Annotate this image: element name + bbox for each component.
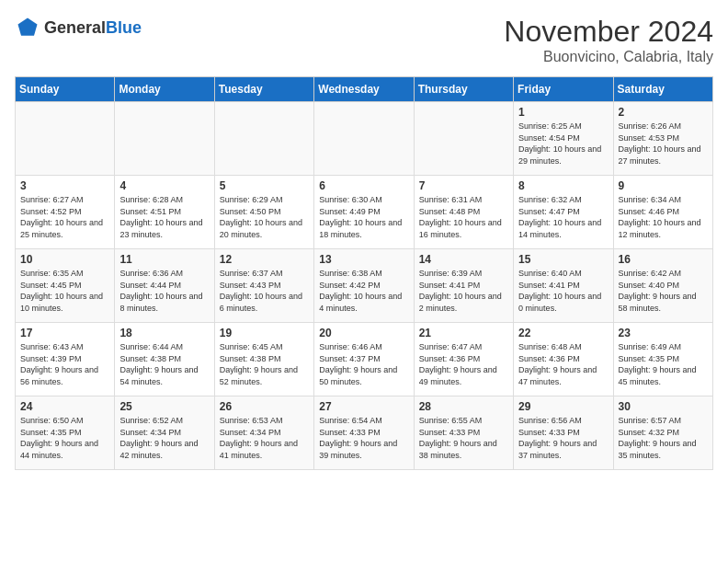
day-number: 2 (619, 106, 708, 119)
day-number: 22 (518, 327, 608, 339)
day-info: Sunrise: 6:45 AMSunset: 4:38 PMDaylight:… (220, 341, 309, 387)
day-number: 3 (20, 179, 109, 192)
svg-marker-0 (18, 18, 38, 36)
day-info: Sunrise: 6:31 AMSunset: 4:48 PMDaylight:… (419, 194, 508, 240)
calendar-week-row: 10Sunrise: 6:35 AMSunset: 4:45 PMDayligh… (16, 249, 713, 323)
calendar-cell: 26Sunrise: 6:53 AMSunset: 4:34 PMDayligh… (214, 396, 313, 470)
day-info: Sunrise: 6:50 AMSunset: 4:35 PMDaylight:… (20, 415, 109, 461)
weekday-header: Tuesday (214, 77, 313, 102)
day-number: 20 (319, 327, 408, 339)
day-number: 12 (220, 253, 309, 266)
day-info: Sunrise: 6:36 AMSunset: 4:44 PMDaylight:… (119, 268, 209, 314)
day-number: 24 (20, 400, 109, 413)
calendar-cell: 13Sunrise: 6:38 AMSunset: 4:42 PMDayligh… (314, 249, 414, 323)
header-row: SundayMondayTuesdayWednesdayThursdayFrid… (16, 77, 713, 102)
day-info: Sunrise: 6:28 AMSunset: 4:51 PMDaylight:… (119, 194, 209, 240)
day-info: Sunrise: 6:53 AMSunset: 4:34 PMDaylight:… (220, 415, 309, 461)
calendar-cell: 19Sunrise: 6:45 AMSunset: 4:38 PMDayligh… (214, 323, 313, 396)
day-info: Sunrise: 6:55 AMSunset: 4:33 PMDaylight:… (419, 415, 508, 461)
calendar-body: 1Sunrise: 6:25 AMSunset: 4:54 PMDaylight… (16, 102, 713, 470)
calendar-cell: 24Sunrise: 6:50 AMSunset: 4:35 PMDayligh… (16, 396, 115, 470)
day-info: Sunrise: 6:40 AMSunset: 4:41 PMDaylight:… (518, 268, 608, 314)
day-number: 11 (119, 253, 209, 266)
calendar-cell (314, 102, 414, 176)
day-number: 8 (518, 179, 608, 192)
day-info: Sunrise: 6:37 AMSunset: 4:43 PMDaylight:… (220, 268, 309, 314)
day-number: 17 (20, 327, 109, 339)
day-info: Sunrise: 6:48 AMSunset: 4:36 PMDaylight:… (518, 341, 608, 387)
calendar-cell: 21Sunrise: 6:47 AMSunset: 4:36 PMDayligh… (414, 323, 513, 396)
page-header: GeneralBlue November 2024 Buonvicino, Ca… (15, 15, 713, 65)
day-number: 19 (220, 327, 309, 339)
calendar-table: SundayMondayTuesdayWednesdayThursdayFrid… (15, 76, 713, 470)
calendar-cell: 6Sunrise: 6:30 AMSunset: 4:49 PMDaylight… (314, 176, 414, 249)
day-number: 14 (419, 253, 508, 266)
calendar-cell: 28Sunrise: 6:55 AMSunset: 4:33 PMDayligh… (414, 396, 513, 470)
day-info: Sunrise: 6:26 AMSunset: 4:53 PMDaylight:… (619, 121, 708, 167)
calendar-header: SundayMondayTuesdayWednesdayThursdayFrid… (16, 77, 713, 102)
calendar-week-row: 1Sunrise: 6:25 AMSunset: 4:54 PMDaylight… (16, 102, 713, 176)
day-info: Sunrise: 6:27 AMSunset: 4:52 PMDaylight:… (20, 194, 109, 240)
day-number: 13 (319, 253, 408, 266)
calendar-week-row: 24Sunrise: 6:50 AMSunset: 4:35 PMDayligh… (16, 396, 713, 470)
logo: GeneralBlue (15, 15, 142, 40)
calendar-subtitle: Buonvicino, Calabria, Italy (504, 49, 713, 65)
day-number: 5 (220, 179, 309, 192)
day-info: Sunrise: 6:42 AMSunset: 4:40 PMDaylight:… (619, 268, 708, 314)
logo-icon (15, 15, 40, 40)
day-number: 7 (419, 179, 508, 192)
calendar-week-row: 17Sunrise: 6:43 AMSunset: 4:39 PMDayligh… (16, 323, 713, 396)
day-info: Sunrise: 6:43 AMSunset: 4:39 PMDaylight:… (20, 341, 109, 387)
calendar-cell: 17Sunrise: 6:43 AMSunset: 4:39 PMDayligh… (16, 323, 115, 396)
calendar-cell (214, 102, 313, 176)
calendar-cell: 11Sunrise: 6:36 AMSunset: 4:44 PMDayligh… (115, 249, 214, 323)
day-info: Sunrise: 6:52 AMSunset: 4:34 PMDaylight:… (119, 415, 209, 461)
logo-text-blue: Blue (106, 18, 142, 37)
calendar-cell: 25Sunrise: 6:52 AMSunset: 4:34 PMDayligh… (115, 396, 214, 470)
calendar-cell: 5Sunrise: 6:29 AMSunset: 4:50 PMDaylight… (214, 176, 313, 249)
calendar-cell: 2Sunrise: 6:26 AMSunset: 4:53 PMDaylight… (613, 102, 712, 176)
calendar-cell: 8Sunrise: 6:32 AMSunset: 4:47 PMDaylight… (514, 176, 613, 249)
day-info: Sunrise: 6:47 AMSunset: 4:36 PMDaylight:… (419, 341, 508, 387)
day-info: Sunrise: 6:57 AMSunset: 4:32 PMDaylight:… (619, 415, 708, 461)
day-number: 21 (419, 327, 508, 339)
day-number: 30 (619, 400, 708, 413)
day-number: 25 (119, 400, 209, 413)
calendar-cell: 20Sunrise: 6:46 AMSunset: 4:37 PMDayligh… (314, 323, 414, 396)
calendar-cell: 27Sunrise: 6:54 AMSunset: 4:33 PMDayligh… (314, 396, 414, 470)
day-number: 15 (518, 253, 608, 266)
calendar-cell: 18Sunrise: 6:44 AMSunset: 4:38 PMDayligh… (115, 323, 214, 396)
day-info: Sunrise: 6:30 AMSunset: 4:49 PMDaylight:… (319, 194, 408, 240)
day-number: 27 (319, 400, 408, 413)
day-number: 28 (419, 400, 508, 413)
calendar-cell: 9Sunrise: 6:34 AMSunset: 4:46 PMDaylight… (613, 176, 712, 249)
calendar-cell (414, 102, 513, 176)
calendar-cell: 4Sunrise: 6:28 AMSunset: 4:51 PMDaylight… (115, 176, 214, 249)
weekday-header: Thursday (414, 77, 513, 102)
calendar-cell: 14Sunrise: 6:39 AMSunset: 4:41 PMDayligh… (414, 249, 513, 323)
day-info: Sunrise: 6:34 AMSunset: 4:46 PMDaylight:… (619, 194, 708, 240)
day-info: Sunrise: 6:38 AMSunset: 4:42 PMDaylight:… (319, 268, 408, 314)
logo-text-general: General (44, 18, 106, 37)
day-info: Sunrise: 6:25 AMSunset: 4:54 PMDaylight:… (518, 121, 608, 167)
calendar-cell: 7Sunrise: 6:31 AMSunset: 4:48 PMDaylight… (414, 176, 513, 249)
weekday-header: Wednesday (314, 77, 414, 102)
calendar-cell: 12Sunrise: 6:37 AMSunset: 4:43 PMDayligh… (214, 249, 313, 323)
calendar-cell: 29Sunrise: 6:56 AMSunset: 4:33 PMDayligh… (514, 396, 613, 470)
calendar-cell: 22Sunrise: 6:48 AMSunset: 4:36 PMDayligh… (514, 323, 613, 396)
weekday-header: Monday (115, 77, 214, 102)
day-info: Sunrise: 6:56 AMSunset: 4:33 PMDaylight:… (518, 415, 608, 461)
day-number: 10 (20, 253, 109, 266)
day-info: Sunrise: 6:39 AMSunset: 4:41 PMDaylight:… (419, 268, 508, 314)
day-info: Sunrise: 6:44 AMSunset: 4:38 PMDaylight:… (119, 341, 209, 387)
calendar-cell (115, 102, 214, 176)
day-info: Sunrise: 6:49 AMSunset: 4:35 PMDaylight:… (619, 341, 708, 387)
calendar-cell: 23Sunrise: 6:49 AMSunset: 4:35 PMDayligh… (613, 323, 712, 396)
calendar-cell: 1Sunrise: 6:25 AMSunset: 4:54 PMDaylight… (514, 102, 613, 176)
day-number: 6 (319, 179, 408, 192)
calendar-cell: 10Sunrise: 6:35 AMSunset: 4:45 PMDayligh… (16, 249, 115, 323)
day-number: 4 (119, 179, 209, 192)
day-info: Sunrise: 6:32 AMSunset: 4:47 PMDaylight:… (518, 194, 608, 240)
weekday-header: Sunday (16, 77, 115, 102)
calendar-cell: 3Sunrise: 6:27 AMSunset: 4:52 PMDaylight… (16, 176, 115, 249)
